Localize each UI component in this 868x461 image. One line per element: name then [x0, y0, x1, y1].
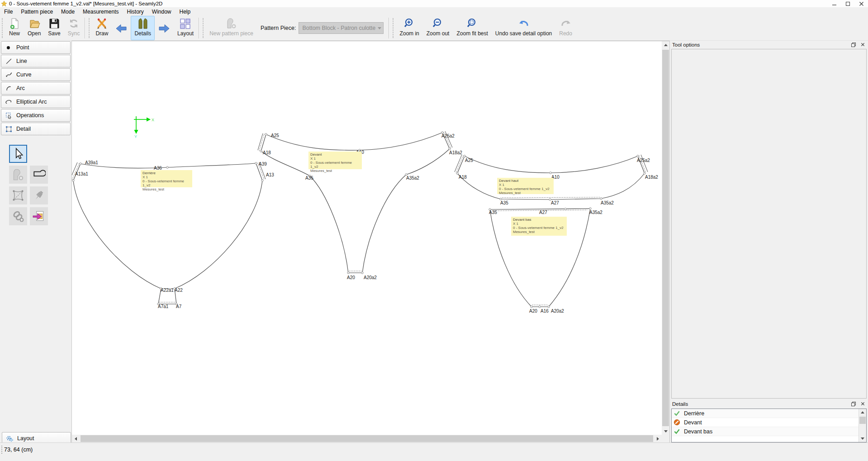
- point-label[interactable]: A39: [259, 162, 267, 166]
- point-label[interactable]: A27: [551, 200, 559, 205]
- point-label[interactable]: A25a2: [441, 133, 455, 138]
- group-arc-button[interactable]: Arc: [1, 82, 71, 95]
- details-list-scrollbar[interactable]: [859, 409, 866, 442]
- group-detail-button[interactable]: Detail: [1, 123, 71, 135]
- canvas-horizontal-scrollbar[interactable]: [72, 435, 662, 442]
- scroll-down-button[interactable]: [859, 435, 866, 442]
- zoom-fit-best-button[interactable]: Zoom fit best: [453, 16, 491, 40]
- point-label[interactable]: A35: [305, 176, 313, 181]
- scroll-down-button[interactable]: [662, 428, 669, 435]
- toolbar-handle[interactable]: [2, 18, 4, 38]
- next-mode-button[interactable]: [155, 16, 174, 40]
- point-label[interactable]: A22a1: [161, 288, 174, 293]
- menu-measurements[interactable]: Measurements: [79, 7, 123, 16]
- union-tool[interactable]: [30, 166, 48, 184]
- close-button[interactable]: [854, 0, 868, 7]
- point-label[interactable]: A35: [489, 210, 497, 215]
- point-label[interactable]: A25: [271, 133, 279, 138]
- draw-mode-button[interactable]: Draw: [92, 16, 112, 40]
- point-label[interactable]: A20a2: [364, 275, 377, 280]
- detail-row-derriere[interactable]: Derrière: [672, 409, 866, 418]
- point-label[interactable]: A18a2: [645, 175, 658, 180]
- pattern-piece-select: Bottom Block - Patron culotte: [299, 22, 384, 34]
- pattern-canvas[interactable]: X Y: [72, 41, 669, 442]
- right-dock-area: Tool options Details Derrière Devant Dev…: [669, 41, 868, 442]
- vertical-scroll-thumb[interactable]: [859, 417, 866, 424]
- close-dock-button[interactable]: [859, 42, 866, 48]
- menu-window[interactable]: Window: [148, 7, 175, 16]
- point-label[interactable]: A16: [541, 309, 549, 314]
- group-line-button[interactable]: Line: [1, 55, 71, 67]
- piece-info-label[interactable]: Devant haut X 1 0 - Sous-vetement femme …: [497, 178, 554, 194]
- title-bar: 0 - Sous-vetement femme 1_v2.val* [Mesur…: [0, 0, 868, 7]
- point-label[interactable]: A18: [459, 175, 467, 180]
- point-label[interactable]: A20: [347, 275, 355, 280]
- point-label[interactable]: A35a2: [589, 210, 602, 215]
- point-label[interactable]: A35a2: [601, 200, 614, 205]
- toolbar-handle[interactable]: [203, 18, 205, 38]
- zoom-in-button[interactable]: Zoom in: [396, 16, 422, 40]
- redo-button: Redo: [555, 16, 576, 40]
- zoom-out-button[interactable]: Zoom out: [423, 16, 453, 40]
- point-label[interactable]: A25: [465, 158, 473, 163]
- vest-details-icon: [137, 18, 149, 29]
- undo-button[interactable]: Undo save detail option: [492, 16, 555, 40]
- toolbar-separator: [85, 18, 85, 38]
- group-elliptical-arc-button[interactable]: Elliptical Arc: [1, 95, 71, 108]
- scroll-left-button[interactable]: [72, 435, 80, 442]
- piece-measurements-file: Mesures_test: [513, 230, 565, 234]
- point-label[interactable]: A13: [266, 172, 274, 177]
- scroll-right-button[interactable]: [654, 435, 662, 442]
- point-label[interactable]: A27: [539, 210, 547, 215]
- point-label[interactable]: A18: [263, 150, 271, 155]
- point-label[interactable]: A7a1: [158, 304, 168, 309]
- menu-help[interactable]: Help: [175, 7, 195, 16]
- scroll-up-button[interactable]: [859, 409, 866, 416]
- point-label[interactable]: A20: [529, 309, 537, 314]
- toolbar-handle[interactable]: [393, 18, 395, 38]
- point-label[interactable]: A7: [176, 304, 181, 309]
- piece-info-label[interactable]: Devant X 1 0 - Sous-vetement femme 1_v2 …: [308, 152, 362, 169]
- layout-mode-button[interactable]: Layout: [174, 16, 197, 40]
- detail-row-devant[interactable]: Devant: [672, 418, 866, 427]
- operations-icon: [5, 112, 12, 119]
- point-label[interactable]: A39a1: [85, 160, 98, 165]
- point-label[interactable]: A35: [500, 200, 508, 205]
- point-label[interactable]: A13a1: [75, 171, 88, 176]
- detail-row-devant-bas[interactable]: Devant bas: [672, 427, 866, 436]
- zoom-in-label: Zoom in: [399, 30, 419, 37]
- piece-pattern-name: 0 - Sous-vetement femme 1_v2: [310, 161, 360, 169]
- scroll-up-button[interactable]: [662, 41, 669, 49]
- new-button[interactable]: New: [5, 16, 24, 40]
- menu-pattern-piece[interactable]: Pattern piece: [17, 7, 57, 16]
- select-arrow-tool[interactable]: [9, 145, 27, 163]
- menu-mode[interactable]: Mode: [57, 7, 79, 16]
- close-dock-button[interactable]: [859, 401, 866, 407]
- piece-info-label[interactable]: Derrière X 1 0 - Sous-vetement femme 1_v…: [141, 170, 192, 187]
- group-curve-button[interactable]: Curve: [1, 68, 71, 81]
- export-details-tool[interactable]: [30, 207, 48, 225]
- float-dock-button[interactable]: [850, 42, 857, 48]
- piece-info-label[interactable]: Devant bas X 1 0 - Sous-vetement femme 1…: [511, 217, 567, 236]
- menu-history[interactable]: History: [123, 7, 147, 16]
- point-label[interactable]: A25a2: [637, 158, 650, 163]
- open-button[interactable]: Open: [24, 16, 44, 40]
- menu-file[interactable]: File: [0, 7, 17, 16]
- point-label[interactable]: A20a2: [551, 309, 564, 314]
- toolbar-handle[interactable]: [89, 18, 91, 38]
- float-dock-button[interactable]: [850, 401, 857, 407]
- point-label[interactable]: A22: [175, 288, 183, 293]
- maximize-button[interactable]: [841, 0, 854, 7]
- details-mode-button[interactable]: Details: [131, 16, 155, 40]
- chain-link-icon: [11, 209, 25, 223]
- vertical-scroll-thumb[interactable]: [662, 50, 669, 426]
- horizontal-scroll-thumb[interactable]: [81, 435, 653, 442]
- canvas-vertical-scrollbar[interactable]: [662, 41, 669, 435]
- save-button[interactable]: Save: [44, 16, 64, 40]
- group-operations-button[interactable]: Operations: [1, 109, 71, 122]
- minimize-button[interactable]: [827, 0, 841, 7]
- point-label[interactable]: A35a2: [406, 176, 419, 181]
- point-label[interactable]: A18a2: [449, 150, 462, 155]
- previous-mode-button[interactable]: [112, 16, 131, 40]
- group-point-button[interactable]: Point: [1, 41, 71, 54]
